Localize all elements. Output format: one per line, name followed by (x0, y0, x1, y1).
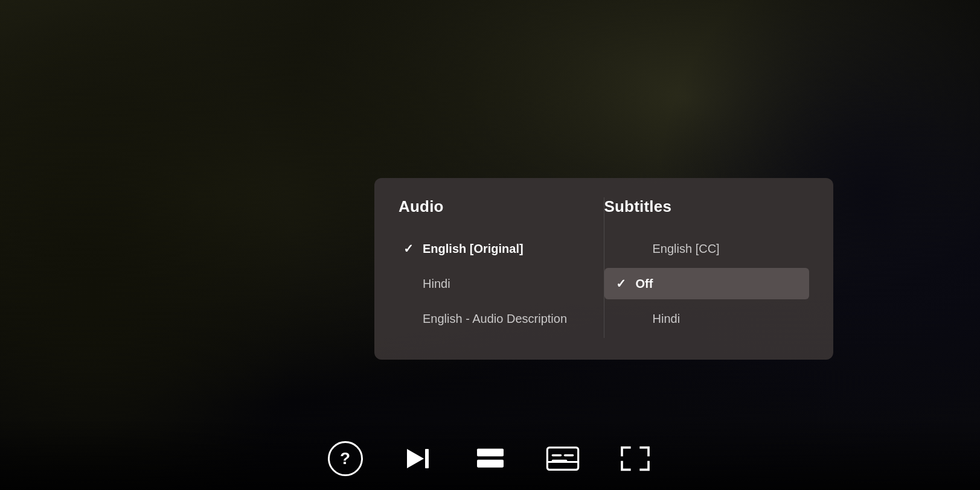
fullscreen-icon (620, 445, 651, 472)
subtitle-label-hindi: Hindi (653, 312, 802, 326)
subtitles-header: Subtitles (604, 197, 810, 216)
audio-option-hindi[interactable]: ✓ Hindi (399, 268, 604, 299)
subtitle-label-english-cc: English [CC] (653, 242, 802, 256)
help-button[interactable]: ? (327, 441, 363, 477)
check-icon-english-original: ✓ (399, 241, 418, 256)
subtitle-option-english-cc[interactable]: ✓ English [CC] (604, 233, 810, 264)
audio-option-english-original[interactable]: ✓ English [Original] (399, 233, 604, 264)
episodes-button[interactable] (472, 441, 508, 477)
subtitle-option-hindi[interactable]: ✓ Hindi (604, 303, 810, 334)
svg-rect-7 (563, 454, 574, 457)
check-icon-off: ✓ (612, 276, 631, 291)
svg-rect-4 (547, 448, 578, 470)
svg-rect-1 (425, 449, 429, 468)
subtitle-option-off[interactable]: ✓ Off (604, 268, 810, 299)
audio-column: Audio ✓ English [Original] ✓ Hindi ✓ Eng… (399, 197, 604, 338)
skip-next-icon (403, 444, 432, 473)
audio-option-english-ad[interactable]: ✓ English - Audio Description (399, 303, 604, 334)
skip-next-button[interactable] (400, 441, 436, 477)
audio-label-english-ad: English - Audio Description (423, 312, 597, 326)
svg-rect-3 (477, 460, 504, 468)
audio-header: Audio (399, 197, 604, 216)
help-icon: ? (328, 441, 363, 476)
controls-bar: ? (0, 441, 980, 477)
audio-label-hindi: Hindi (423, 277, 597, 291)
svg-rect-2 (477, 449, 504, 457)
bg-left-silhouette (0, 0, 302, 490)
svg-marker-0 (407, 449, 424, 468)
subtitles-button[interactable] (545, 441, 581, 477)
episodes-icon (475, 445, 506, 472)
audio-label-english-original: English [Original] (423, 242, 597, 256)
audio-subtitles-panel: Audio ✓ English [Original] ✓ Hindi ✓ Eng… (374, 178, 833, 360)
subtitles-icon (546, 445, 580, 472)
subtitle-label-off: Off (636, 277, 802, 291)
fullscreen-button[interactable] (617, 441, 653, 477)
subtitles-column: Subtitles ✓ English [CC] ✓ Off ✓ Hindi (604, 197, 810, 338)
svg-rect-5 (551, 454, 562, 457)
